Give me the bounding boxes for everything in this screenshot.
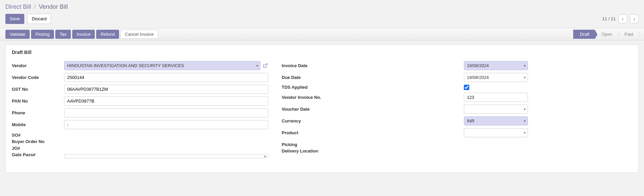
control-buttons: Save Discard	[5, 14, 51, 24]
chevron-right-icon: ›	[634, 16, 635, 22]
invoice-date-input[interactable]: 19/08/2024	[464, 61, 528, 70]
breadcrumb-parent[interactable]: Direct Bill	[5, 3, 31, 10]
pan-no-label: PAN No	[12, 99, 64, 104]
refund-button[interactable]: Refund	[96, 30, 119, 39]
due-date-label: Due Date	[282, 75, 464, 80]
status-draft[interactable]: Draft	[573, 30, 595, 39]
gst-no-input[interactable]	[64, 85, 268, 94]
form-right-col: Invoice Date 19/08/2024 Due Date 19/08/2…	[282, 61, 538, 161]
breadcrumb: Direct Bill / Vendor Bill	[0, 0, 644, 12]
gate-pass-label: Gate Pass#	[12, 151, 61, 158]
sheet-title: Draft Bill	[12, 50, 632, 55]
delivery-location-label: Delivery Location	[282, 148, 461, 155]
due-date-input[interactable]: 19/08/2024	[464, 73, 528, 82]
validate-button[interactable]: Validate	[5, 30, 30, 39]
save-button[interactable]: Save	[5, 14, 24, 24]
vendor-select[interactable]: HINDUSTAN INVESTIGATION AND SECURITY SER…	[64, 61, 260, 70]
buyer-order-no-label: Buyer Order No	[12, 138, 61, 145]
picking-button[interactable]: Picking	[31, 30, 54, 39]
tds-applied-checkbox[interactable]	[464, 85, 469, 90]
so-labels: SO# Buyer Order No JO# Gate Pass#	[12, 132, 64, 158]
tds-applied-label: TDS Applied	[282, 85, 464, 90]
gate-pass-select[interactable]	[64, 154, 268, 158]
voucher-date-label: Voucher Date	[282, 107, 464, 112]
picking-labels: Picking Delivery Location	[282, 141, 464, 155]
form-sheet: Draft Bill Vendor HINDUSTAN INVESTIGATIO…	[5, 45, 639, 173]
pager-prev[interactable]: ‹	[618, 15, 627, 23]
svg-line-0	[265, 63, 267, 66]
product-select[interactable]	[464, 128, 528, 137]
vendor-label: Vendor	[12, 63, 64, 68]
breadcrumb-sep: /	[34, 3, 36, 10]
vendor-invoice-no-label: Vendor Invoice No.	[282, 95, 464, 100]
discard-button[interactable]: Discard	[27, 14, 51, 24]
pager-count: 11 / 11	[602, 16, 616, 21]
voucher-date-input[interactable]	[464, 105, 528, 114]
mobile-label: Mobile	[12, 122, 64, 127]
vendor-invoice-no-input[interactable]	[464, 93, 528, 102]
vendor-code-input[interactable]	[64, 73, 268, 82]
pager: 11 / 11 ‹ ›	[602, 15, 639, 23]
vendor-code-label: Vendor Code	[12, 75, 64, 80]
gst-no-label: GST No	[12, 87, 64, 92]
external-link-icon[interactable]	[262, 62, 268, 68]
invoice-button[interactable]: Invoice	[72, 30, 95, 39]
status-open[interactable]: Open	[595, 30, 618, 39]
cancel-invoice-button[interactable]: Cancel Invoice	[120, 30, 158, 39]
so-label: SO#	[12, 132, 61, 139]
breadcrumb-current: Vendor Bill	[39, 3, 68, 10]
form-left-col: Vendor HINDUSTAN INVESTIGATION AND SECUR…	[12, 61, 268, 161]
picking-label: Picking	[282, 141, 461, 148]
phone-input[interactable]	[64, 108, 268, 117]
pan-no-input[interactable]	[64, 96, 268, 106]
pager-next[interactable]: ›	[630, 15, 639, 23]
currency-label: Currency	[282, 118, 464, 123]
tax-button[interactable]: Tax	[55, 30, 71, 39]
jo-label: JO#	[12, 145, 61, 152]
status-paid[interactable]: Paid	[618, 30, 639, 39]
statusbar: Draft Open Paid	[573, 30, 639, 39]
invoice-date-label: Invoice Date	[282, 63, 464, 68]
mobile-input[interactable]	[64, 120, 268, 129]
phone-label: Phone	[12, 110, 64, 115]
chevron-left-icon: ‹	[622, 16, 624, 22]
product-label: Product	[282, 130, 464, 135]
currency-select[interactable]: INR	[464, 116, 528, 125]
action-buttons: Validate Picking Tax Invoice Refund Canc…	[5, 30, 158, 39]
